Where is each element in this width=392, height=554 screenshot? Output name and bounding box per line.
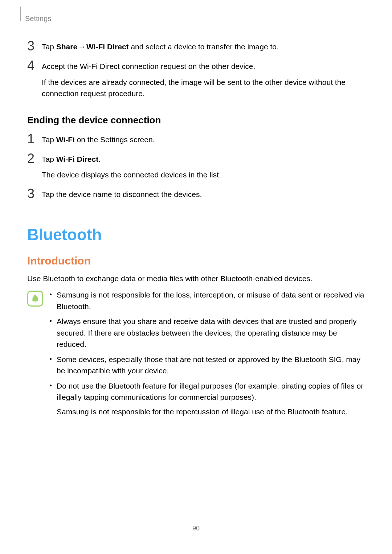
bullet-icon xyxy=(50,294,52,295)
top-steps-list: 3 Tap Share → Wi-Fi Direct and select a … xyxy=(27,41,365,99)
page-number: 90 xyxy=(0,525,392,532)
step-body: Accept the Wi-Fi Direct connection reque… xyxy=(42,61,365,99)
text-line: If the devices are already connected, th… xyxy=(42,77,365,99)
text: Tap xyxy=(42,135,56,144)
step-number: 2 xyxy=(27,152,42,165)
notice-item-2: Always ensure that you share and receive… xyxy=(50,316,365,350)
notice-text: Do not use the Bluetooth feature for ill… xyxy=(57,380,365,403)
notice-text: Some devices, especially those that are … xyxy=(57,354,365,377)
step-body: Tap Wi-Fi Direct. The device displays th… xyxy=(42,153,365,181)
arrow-icon: → xyxy=(78,41,86,53)
step-body: Tap Share → Wi-Fi Direct and select a de… xyxy=(42,41,365,53)
notice-text: Always ensure that you share and receive… xyxy=(57,316,365,350)
bullet-icon xyxy=(50,358,52,360)
step-number: 1 xyxy=(27,132,42,145)
step-4: 4 Accept the Wi-Fi Direct connection req… xyxy=(27,61,365,99)
intro-text: Use Bluetooth to exchange data or media … xyxy=(27,273,365,284)
header-section-label: Settings xyxy=(25,15,365,23)
ending-steps-list: 1 Tap Wi-Fi on the Settings screen. 2 Ta… xyxy=(27,134,365,200)
notice-item-4: Do not use the Bluetooth feature for ill… xyxy=(50,380,365,418)
step-body: Tap the device name to disconnect the de… xyxy=(42,189,365,200)
ending-step-2: 2 Tap Wi-Fi Direct. The device displays … xyxy=(27,153,365,181)
bold-wifi-direct: Wi-Fi Direct xyxy=(56,155,98,163)
notice-item-3: Some devices, especially those that are … xyxy=(50,354,365,377)
step-number: 3 xyxy=(27,187,42,200)
ending-connection-heading: Ending the device connection xyxy=(27,115,365,126)
text: . xyxy=(98,155,101,163)
introduction-heading: Introduction xyxy=(27,255,365,267)
ending-step-1: 1 Tap Wi-Fi on the Settings screen. xyxy=(27,134,365,145)
notice-item-1: Samsung is not responsible for the loss,… xyxy=(50,289,365,312)
ending-step-3: 3 Tap the device name to disconnect the … xyxy=(27,189,365,200)
text: Tap xyxy=(42,42,56,51)
bold-share: Share xyxy=(56,42,77,51)
step-3: 3 Tap Share → Wi-Fi Direct and select a … xyxy=(27,41,365,53)
text-line: Accept the Wi-Fi Direct connection reque… xyxy=(42,61,365,72)
bullet-icon xyxy=(50,385,52,386)
text-line: The device displays the connected device… xyxy=(42,169,365,181)
bluetooth-heading: Bluetooth xyxy=(27,226,365,244)
bullet-icon xyxy=(50,320,52,322)
text: on the Settings screen. xyxy=(75,135,155,144)
step-number: 3 xyxy=(27,40,42,53)
notice-text: Samsung is not responsible for the loss,… xyxy=(57,289,365,312)
text-line: Tap the device name to disconnect the de… xyxy=(42,189,365,200)
text: Tap xyxy=(42,155,56,163)
text: and select a device to transfer the imag… xyxy=(129,42,279,51)
step-number: 4 xyxy=(27,59,42,72)
bold-wifi: Wi-Fi xyxy=(56,135,75,144)
notice-block: Samsung is not responsible for the loss,… xyxy=(27,289,365,421)
step-body: Tap Wi-Fi on the Settings screen. xyxy=(42,134,365,145)
bell-icon xyxy=(30,294,40,303)
page-content: Settings 3 Tap Share → Wi-Fi Direct and … xyxy=(0,0,392,421)
bold-wifi-direct: Wi-Fi Direct xyxy=(86,42,128,51)
notice-list: Samsung is not responsible for the loss,… xyxy=(50,289,365,421)
notice-text: Samsung is not responsible for the reper… xyxy=(57,406,365,418)
notice-bell-icon xyxy=(27,291,43,307)
